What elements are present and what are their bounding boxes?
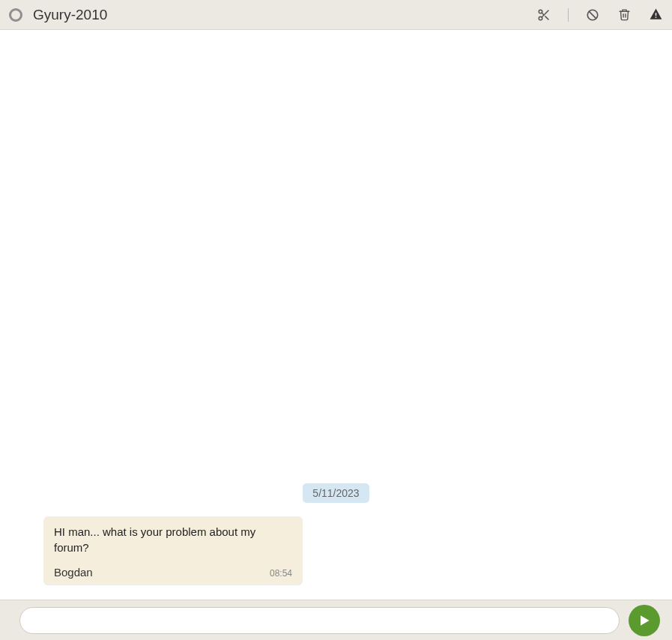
svg-rect-7 (655, 13, 656, 16)
header-divider (568, 8, 569, 22)
svg-line-4 (542, 13, 544, 15)
svg-line-6 (589, 11, 596, 19)
svg-line-3 (545, 16, 548, 19)
warning-icon[interactable] (648, 7, 663, 22)
presence-indicator (9, 8, 22, 22)
chat-area: 5/11/2023 HI man... what is your problem… (0, 30, 672, 600)
message-text: HI man... what is your problem about my … (54, 524, 292, 555)
chat-header: Gyury-2010 (0, 0, 672, 30)
date-separator: 5/11/2023 (303, 483, 369, 503)
incoming-message[interactable]: HI man... what is your problem about my … (43, 516, 303, 585)
contact-name[interactable]: Gyury-2010 (33, 7, 536, 23)
message-input[interactable] (19, 607, 620, 634)
composer (0, 600, 672, 640)
message-author: Bogdan (54, 566, 93, 579)
svg-rect-8 (655, 16, 656, 18)
message-time: 08:54 (270, 568, 292, 579)
trash-icon[interactable] (617, 7, 632, 22)
header-actions (536, 7, 663, 22)
message-footer: Bogdan 08:54 (54, 566, 292, 579)
send-button[interactable] (629, 605, 660, 636)
svg-marker-9 (641, 615, 650, 625)
block-icon[interactable] (585, 7, 600, 22)
scissors-icon[interactable] (536, 7, 551, 22)
